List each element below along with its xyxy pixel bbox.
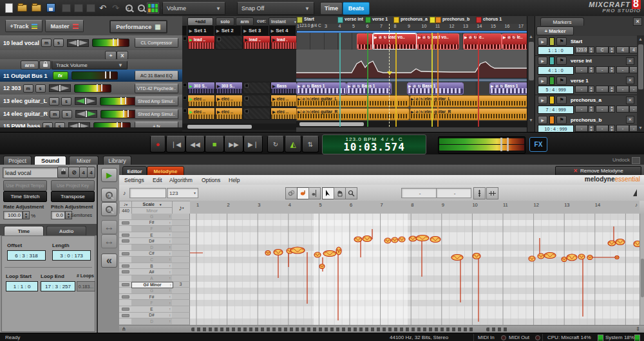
clip-icon[interactable]: ⊘ (301, 110, 307, 114)
scale-note-row[interactable]: F↕ (131, 226, 172, 232)
marker-position-field[interactable]: 1 : 1 : 0 (538, 46, 574, 55)
arrangement-timeline[interactable]: Startverse intverse 1prechorus_aprechoru… (296, 16, 527, 132)
audio-clip[interactable]: ▶⊘↻elec guitar_R (296, 108, 410, 120)
clip-icon[interactable]: ▶ (410, 97, 415, 101)
clip-icon[interactable]: ↻ (420, 97, 425, 101)
clip-cell[interactable]: ▶elec .. (215, 107, 243, 120)
marker-spinner[interactable]: C▲▼ (596, 46, 615, 53)
clip-icon[interactable]: ⊘ (422, 35, 427, 39)
scale-note-row[interactable]: F#↕ (131, 294, 172, 300)
go-to-start-button[interactable]: ❘◀ (166, 136, 185, 152)
new-project-icon[interactable] (3, 2, 15, 14)
volume-slider[interactable] (71, 71, 118, 80)
track-row-elec-guitar-l[interactable]: 13 elec guitar_L m s Shred Amp Simul.. (0, 95, 182, 108)
mute-button[interactable]: m (41, 39, 52, 47)
marker-spinner[interactable]: -▲▼ (596, 86, 615, 93)
length-field[interactable]: 3 : 0 : 173 (52, 250, 91, 261)
time-mode-button[interactable]: Time (320, 2, 343, 15)
close-icon[interactable]: ✕ (633, 17, 642, 26)
scale-note-row[interactable]: E↕ (131, 306, 172, 313)
clip-icon[interactable]: ▶ (347, 84, 352, 88)
loop-start-field[interactable]: 1 : 1 : 0 (6, 281, 38, 291)
loop-end-field[interactable]: 17 : 3 : 257 (41, 281, 75, 291)
spinner-arrows[interactable]: ↕ (169, 264, 171, 268)
lane-lead-vocal[interactable]: ▶⊘↻lead vo..▶⊘↻lead vo..▶⊘↻le..▶⊘↻le.. (296, 33, 527, 50)
clip-icon[interactable]: ↻ (417, 84, 422, 88)
sig-a[interactable]: - (616, 125, 629, 132)
master-meter[interactable] (438, 136, 526, 154)
add-track-button[interactable]: +Track (5, 20, 43, 32)
fx-enabled-badge[interactable]: fx (53, 71, 68, 80)
pan-knob[interactable] (75, 110, 97, 118)
time-grid-snap-button[interactable] (486, 187, 498, 199)
track-row-output-bus[interactable]: 11 Output Bus 1 fx AC 31 Band EQ (0, 69, 182, 82)
scale-note-row[interactable]: C#↕ (131, 251, 172, 257)
fx-chain-button[interactable]: Shred Amp Simul.. (135, 97, 178, 106)
empty-clip-cell[interactable] (243, 95, 270, 107)
master-track-button[interactable]: Master (45, 20, 84, 32)
empty-clip-cell[interactable] (243, 82, 270, 94)
audio-clip[interactable]: ▶⊘↻elec guitar_R (410, 108, 527, 120)
pan-knob[interactable] (67, 39, 89, 47)
clip-icon[interactable]: ▶ (502, 35, 507, 39)
metronome-button[interactable]: ◭ (285, 136, 301, 152)
grid-hscrollbar[interactable] (182, 124, 296, 130)
spinner-arrows[interactable]: ↕ (169, 252, 171, 255)
marker-position-field[interactable]: 10 : 4 : 999 (538, 125, 574, 132)
spinner-arrows[interactable]: ↕ (169, 295, 171, 299)
audio-clip[interactable]: ▶⊘↻elec guitar_L (410, 95, 527, 107)
spinner-arrows[interactable]: ↕ (169, 239, 171, 243)
clip-cell[interactable]: ▶elec .. (187, 107, 215, 120)
open-project-icon[interactable] (16, 2, 28, 14)
clip-icon[interactable]: ▶ (374, 35, 378, 39)
clip-play-icon[interactable]: ▶ (272, 97, 276, 101)
fx-chain-button[interactable]: CL Compressor (135, 38, 178, 48)
marker-spinner[interactable]: -▲▼ (575, 66, 594, 73)
clip-cell[interactable]: ▶Bass (270, 82, 297, 94)
spinner-arrows[interactable]: ↕ (170, 283, 172, 287)
hand-tool-button[interactable] (334, 187, 346, 199)
spinner-arrows[interactable]: ▲▼ (609, 125, 615, 132)
mute-sound-button[interactable]: ⊘ (68, 167, 80, 178)
automation-param-dropdown[interactable]: Track Volume▼ (52, 60, 128, 69)
undock-label[interactable]: Undock (612, 157, 630, 163)
close-automation-button[interactable]: X (117, 51, 128, 60)
clip-cell[interactable]: ▶elec .. (270, 107, 297, 120)
punch-in-out-button[interactable]: ⇅ (302, 136, 319, 152)
track-row-303[interactable]: 12 303 m s VTD-42 Psychede.. (0, 82, 182, 95)
spinner-arrows[interactable]: ▲▼ (609, 86, 615, 93)
spinner-arrows[interactable]: ↕ (169, 226, 171, 230)
clip-icon[interactable]: ↻ (307, 110, 312, 114)
sig-a[interactable]: - (616, 106, 629, 113)
tab-mixer[interactable]: Mixer (69, 156, 99, 165)
clip-icon[interactable]: ▶ (297, 84, 301, 88)
clip-cell[interactable]: ▶elec .. (187, 95, 215, 107)
clip-play-icon[interactable]: ▶ (217, 97, 220, 101)
clip-icon[interactable]: ↻ (307, 97, 312, 101)
go-to-end-button[interactable]: ▶❘ (243, 136, 263, 152)
marker-play-button[interactable]: ▶ (538, 57, 547, 65)
marker-play-button[interactable]: ▶ (538, 37, 547, 46)
spinner-arrows[interactable]: ↕ (169, 221, 171, 225)
marker-position-field[interactable]: 4 : 1 : 0 (538, 66, 574, 75)
marker-play-button[interactable]: ▶ (538, 77, 547, 85)
undo-icon[interactable]: ↶ (97, 2, 109, 14)
clip-icon[interactable]: ▶ (464, 35, 468, 39)
save-icon[interactable] (44, 2, 57, 14)
solo-button[interactable]: s (35, 84, 46, 93)
menu-edit[interactable]: Edit (153, 175, 162, 185)
marker-spinner[interactable]: -▲▼ (596, 66, 615, 73)
collapse-panel-button[interactable]: « (101, 253, 117, 268)
flag-icon[interactable]: ⚑ (556, 116, 567, 124)
lane-elec-guitar-r[interactable]: ▶⊘↻elec guitar_R▶⊘↻elec guitar_R (296, 107, 527, 120)
volume-slider[interactable] (74, 84, 111, 93)
scale-note-row[interactable]: G# Minor↕ (131, 282, 173, 289)
spinner-arrows[interactable]: ↕ (169, 245, 171, 249)
marker-item[interactable]: ▶⚑prechorus_a✕7 : 4 : 999-▲▼-▲▼-- (535, 95, 637, 115)
use-project-tempo-button[interactable]: Use Project Tempo (3, 180, 47, 191)
fast-forward-button[interactable]: ▶▶ (224, 136, 243, 152)
clip-play-icon[interactable]: ▶ (272, 37, 276, 42)
fx-chain-button[interactable]: VTD-42 Psychede.. (135, 84, 178, 93)
rewind-button[interactable]: ◀◀ (185, 136, 205, 152)
fx-chain-button[interactable]: Shred Amp Simul.. (135, 109, 178, 119)
